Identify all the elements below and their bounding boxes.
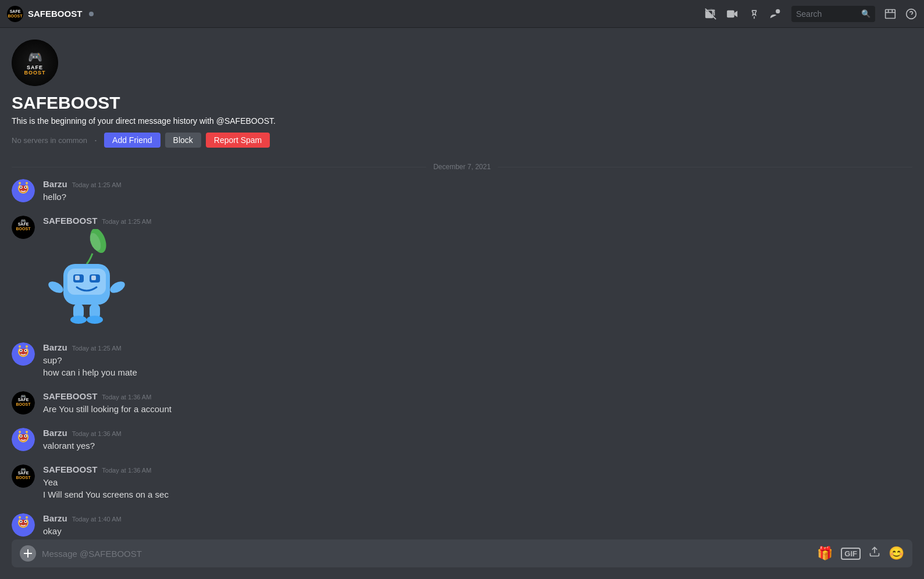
message-username[interactable]: SAFEBOOST — [43, 216, 97, 226]
avatar-boost-label: BOOST — [24, 70, 45, 76]
svg-point-14 — [25, 187, 26, 188]
profile-header: 🎮 SAFE BOOST SAFEBOOST This is the begin… — [0, 28, 924, 157]
message-avatar — [12, 428, 35, 451]
svg-point-34 — [70, 316, 87, 324]
message-timestamp: Today at 1:25 AM — [72, 345, 122, 352]
servers-in-common: No servers in common — [12, 136, 87, 145]
message-header: BarzuToday at 1:36 AM — [43, 428, 912, 438]
svg-point-44 — [19, 345, 21, 348]
svg-point-73 — [26, 516, 28, 519]
message-text: Are You still looking for a account — [43, 403, 912, 415]
topbar: SAFE BOOST SAFEBOOST — [0, 0, 924, 28]
message-header: SAFEBOOSTToday at 1:36 AM — [43, 464, 912, 474]
search-input[interactable] — [796, 9, 858, 19]
inbox-icon[interactable] — [884, 8, 896, 20]
svg-rect-5 — [727, 10, 734, 17]
gif-icon[interactable]: GIF — [841, 548, 861, 560]
svg-text:BOOST: BOOST — [16, 402, 31, 406]
message-header: SAFEBOOSTToday at 1:25 AM — [43, 216, 912, 226]
svg-point-35 — [87, 316, 103, 324]
upload-icon[interactable] — [869, 546, 880, 561]
message-timestamp: Today at 1:36 AM — [102, 467, 151, 474]
svg-point-45 — [26, 345, 28, 348]
svg-point-30 — [47, 279, 65, 295]
add-friend-icon[interactable] — [769, 8, 782, 20]
svg-point-70 — [25, 521, 26, 522]
message-content: BarzuToday at 1:25 AMsup?how can i help … — [43, 342, 912, 378]
message-text: how can i help you mate — [43, 366, 912, 378]
svg-text:BOOST: BOOST — [8, 14, 23, 18]
message-text: okay — [43, 525, 912, 537]
camera-mute-icon[interactable] — [704, 8, 717, 20]
attach-button[interactable] — [20, 545, 36, 562]
svg-point-16 — [19, 182, 21, 184]
message-group: BarzuToday at 1:36 AMvalorant yes? — [12, 426, 912, 452]
message-timestamp: Today at 1:25 AM — [72, 181, 122, 188]
message-username[interactable]: SAFEBOOST — [43, 391, 97, 401]
svg-point-17 — [26, 182, 28, 184]
svg-point-58 — [19, 431, 21, 433]
message-input[interactable] — [42, 549, 811, 559]
avatar-controller-icon: 🎮 — [28, 50, 42, 64]
message-text: Yea — [43, 476, 912, 488]
gift-icon[interactable]: 🎁 — [817, 546, 833, 561]
message-group: BarzuToday at 1:40 AMokay — [12, 511, 912, 537]
search-icon: 🔍 — [861, 9, 871, 18]
message-timestamp: Today at 1:36 AM — [102, 394, 151, 401]
svg-point-41 — [20, 350, 22, 351]
input-actions: 🎁 GIF 😊 — [817, 546, 904, 561]
report-spam-button[interactable]: Report Spam — [206, 133, 270, 148]
message-content: BarzuToday at 1:36 AMvalorant yes? — [43, 428, 912, 452]
message-username[interactable]: Barzu — [43, 342, 67, 352]
message-username[interactable]: Barzu — [43, 428, 67, 438]
message-header: BarzuToday at 1:25 AM — [43, 342, 912, 352]
svg-rect-6 — [886, 9, 896, 18]
message-group: SAFE BOOST 🎮 SAFEBOOSTToday at 1:36 AMYe… — [12, 462, 912, 501]
messages-area[interactable]: BarzuToday at 1:25 AMhello? SAFE BOOST 🎮… — [0, 177, 924, 539]
video-icon[interactable] — [726, 9, 739, 19]
search-box[interactable]: 🔍 — [791, 6, 875, 22]
message-text: hello? — [43, 191, 912, 203]
date-divider-right-line — [498, 167, 912, 167]
message-group: SAFE BOOST 🎮 SAFEBOOSTToday at 1:36 AMAr… — [12, 389, 912, 415]
bullet-separator: · — [94, 134, 97, 146]
svg-text:🎮: 🎮 — [20, 467, 26, 473]
topbar-avatar: SAFE BOOST — [7, 6, 23, 22]
profile-subtitle: This is the beginning of your direct mes… — [12, 116, 912, 126]
topbar-username: SAFEBOOST — [28, 9, 82, 19]
pin-icon[interactable] — [748, 8, 760, 20]
help-icon[interactable] — [905, 8, 917, 20]
svg-rect-29 — [91, 276, 96, 280]
message-avatar: SAFE BOOST 🎮 — [12, 216, 35, 239]
message-timestamp: Today at 1:25 AM — [102, 218, 151, 225]
message-username[interactable]: Barzu — [43, 179, 67, 189]
message-avatar: SAFE BOOST 🎮 — [12, 464, 35, 488]
add-friend-button[interactable]: Add Friend — [104, 133, 160, 148]
message-username[interactable]: Barzu — [43, 513, 67, 523]
svg-point-59 — [26, 431, 28, 433]
message-content: SAFEBOOSTToday at 1:36 AMAre You still l… — [43, 391, 912, 415]
svg-point-13 — [20, 187, 22, 188]
message-header: BarzuToday at 1:40 AM — [43, 513, 912, 523]
message-header: BarzuToday at 1:25 AM — [43, 179, 912, 189]
svg-text:BOOST: BOOST — [16, 476, 31, 480]
message-group: BarzuToday at 1:25 AMsup?how can i help … — [12, 340, 912, 378]
svg-rect-28 — [75, 276, 80, 280]
svg-text:🎮: 🎮 — [20, 218, 26, 224]
message-timestamp: Today at 1:40 AM — [72, 516, 122, 523]
svg-text:SAFE: SAFE — [10, 9, 21, 13]
svg-point-31 — [108, 279, 127, 295]
message-avatar — [12, 179, 35, 202]
message-username[interactable]: SAFEBOOST — [43, 464, 97, 474]
message-group: BarzuToday at 1:25 AMhello? — [12, 177, 912, 203]
message-content: BarzuToday at 1:40 AMokay — [43, 513, 912, 537]
message-text: I Will send You screens on a sec — [43, 488, 912, 501]
message-text: valorant yes? — [43, 439, 912, 452]
svg-point-42 — [25, 350, 26, 351]
svg-text:🎮: 🎮 — [20, 394, 26, 399]
main-content: 🎮 SAFE BOOST SAFEBOOST This is the begin… — [0, 28, 924, 579]
profile-title: SAFEBOOST — [12, 93, 912, 113]
date-divider-text: December 7, 2021 — [433, 163, 491, 171]
block-button[interactable]: Block — [165, 133, 201, 148]
emoji-icon[interactable]: 😊 — [889, 546, 904, 561]
